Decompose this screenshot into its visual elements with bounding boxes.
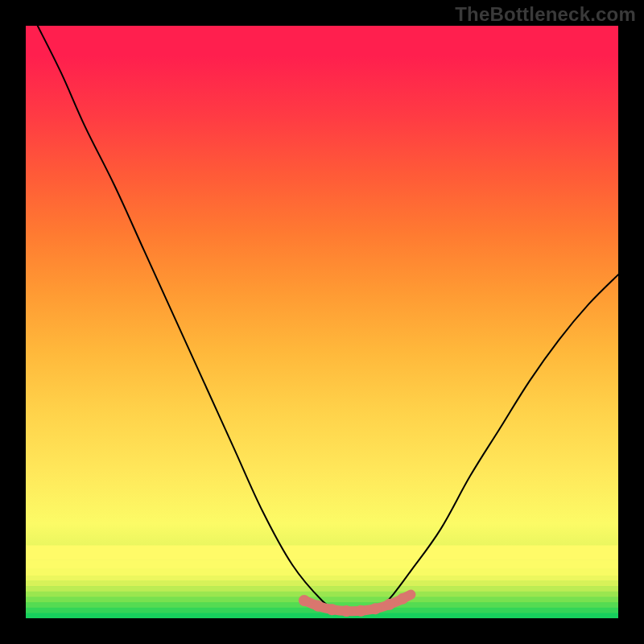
bottom-stratum bbox=[26, 586, 618, 592]
bottom-stratum bbox=[26, 545, 618, 559]
bottom-stratum bbox=[26, 592, 618, 597]
chart-background bbox=[26, 26, 618, 618]
bottom-stratum bbox=[26, 613, 618, 618]
watermark-text: TheBottleneck.com bbox=[455, 3, 636, 26]
chart-container: TheBottleneck.com bbox=[0, 0, 644, 644]
bottom-stratum bbox=[26, 560, 618, 569]
chart-svg bbox=[26, 26, 618, 618]
bottom-stratum bbox=[26, 581, 618, 587]
bottom-stratum bbox=[26, 569, 618, 576]
bottom-stratum bbox=[26, 576, 618, 581]
plot-area bbox=[26, 26, 618, 618]
